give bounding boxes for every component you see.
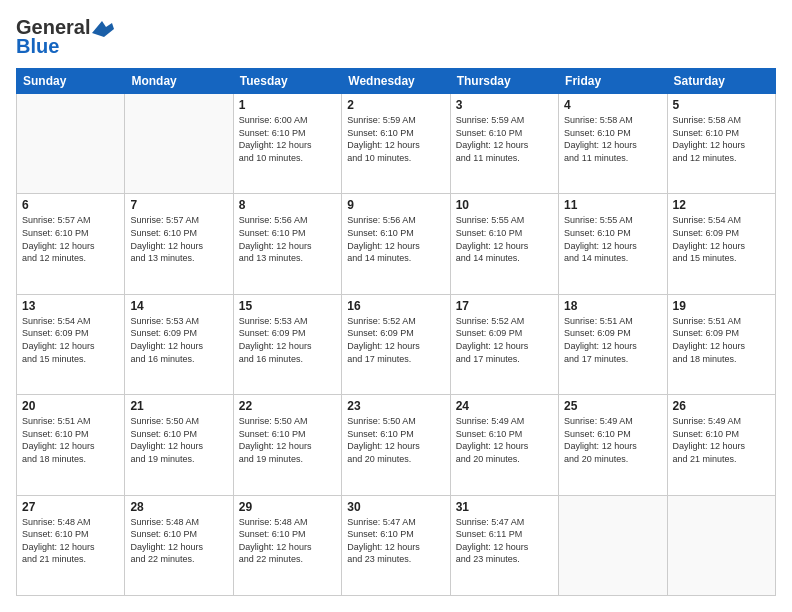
header-friday: Friday bbox=[559, 69, 667, 94]
cell-info: Sunrise: 5:51 AM Sunset: 6:10 PM Dayligh… bbox=[22, 415, 119, 465]
cell-info: Sunrise: 5:54 AM Sunset: 6:09 PM Dayligh… bbox=[673, 214, 770, 264]
day-number: 4 bbox=[564, 98, 661, 112]
table-row: 8Sunrise: 5:56 AM Sunset: 6:10 PM Daylig… bbox=[233, 194, 341, 294]
cell-info: Sunrise: 5:51 AM Sunset: 6:09 PM Dayligh… bbox=[564, 315, 661, 365]
cell-info: Sunrise: 5:52 AM Sunset: 6:09 PM Dayligh… bbox=[347, 315, 444, 365]
table-row: 21Sunrise: 5:50 AM Sunset: 6:10 PM Dayli… bbox=[125, 395, 233, 495]
table-row: 15Sunrise: 5:53 AM Sunset: 6:09 PM Dayli… bbox=[233, 294, 341, 394]
header-wednesday: Wednesday bbox=[342, 69, 450, 94]
cell-info: Sunrise: 5:49 AM Sunset: 6:10 PM Dayligh… bbox=[456, 415, 553, 465]
cell-info: Sunrise: 5:53 AM Sunset: 6:09 PM Dayligh… bbox=[239, 315, 336, 365]
table-row: 28Sunrise: 5:48 AM Sunset: 6:10 PM Dayli… bbox=[125, 495, 233, 595]
day-number: 10 bbox=[456, 198, 553, 212]
day-number: 30 bbox=[347, 500, 444, 514]
table-row: 22Sunrise: 5:50 AM Sunset: 6:10 PM Dayli… bbox=[233, 395, 341, 495]
header-thursday: Thursday bbox=[450, 69, 558, 94]
cell-info: Sunrise: 5:59 AM Sunset: 6:10 PM Dayligh… bbox=[347, 114, 444, 164]
table-row: 27Sunrise: 5:48 AM Sunset: 6:10 PM Dayli… bbox=[17, 495, 125, 595]
cell-info: Sunrise: 5:49 AM Sunset: 6:10 PM Dayligh… bbox=[673, 415, 770, 465]
table-row: 31Sunrise: 5:47 AM Sunset: 6:11 PM Dayli… bbox=[450, 495, 558, 595]
table-row bbox=[667, 495, 775, 595]
cell-info: Sunrise: 5:49 AM Sunset: 6:10 PM Dayligh… bbox=[564, 415, 661, 465]
day-number: 24 bbox=[456, 399, 553, 413]
day-number: 16 bbox=[347, 299, 444, 313]
logo-blue: Blue bbox=[16, 35, 59, 58]
day-number: 19 bbox=[673, 299, 770, 313]
cell-info: Sunrise: 5:47 AM Sunset: 6:11 PM Dayligh… bbox=[456, 516, 553, 566]
day-number: 9 bbox=[347, 198, 444, 212]
calendar-table: Sunday Monday Tuesday Wednesday Thursday… bbox=[16, 68, 776, 596]
cell-info: Sunrise: 5:50 AM Sunset: 6:10 PM Dayligh… bbox=[239, 415, 336, 465]
day-number: 8 bbox=[239, 198, 336, 212]
day-number: 11 bbox=[564, 198, 661, 212]
table-row: 3Sunrise: 5:59 AM Sunset: 6:10 PM Daylig… bbox=[450, 94, 558, 194]
day-number: 20 bbox=[22, 399, 119, 413]
cell-info: Sunrise: 5:48 AM Sunset: 6:10 PM Dayligh… bbox=[239, 516, 336, 566]
day-number: 7 bbox=[130, 198, 227, 212]
cell-info: Sunrise: 5:53 AM Sunset: 6:09 PM Dayligh… bbox=[130, 315, 227, 365]
cell-info: Sunrise: 5:57 AM Sunset: 6:10 PM Dayligh… bbox=[130, 214, 227, 264]
calendar-week-row: 1Sunrise: 6:00 AM Sunset: 6:10 PM Daylig… bbox=[17, 94, 776, 194]
day-number: 15 bbox=[239, 299, 336, 313]
day-number: 17 bbox=[456, 299, 553, 313]
table-row: 9Sunrise: 5:56 AM Sunset: 6:10 PM Daylig… bbox=[342, 194, 450, 294]
table-row: 16Sunrise: 5:52 AM Sunset: 6:09 PM Dayli… bbox=[342, 294, 450, 394]
table-row: 17Sunrise: 5:52 AM Sunset: 6:09 PM Dayli… bbox=[450, 294, 558, 394]
table-row: 4Sunrise: 5:58 AM Sunset: 6:10 PM Daylig… bbox=[559, 94, 667, 194]
day-number: 5 bbox=[673, 98, 770, 112]
table-row: 14Sunrise: 5:53 AM Sunset: 6:09 PM Dayli… bbox=[125, 294, 233, 394]
table-row bbox=[17, 94, 125, 194]
day-number: 14 bbox=[130, 299, 227, 313]
cell-info: Sunrise: 5:50 AM Sunset: 6:10 PM Dayligh… bbox=[130, 415, 227, 465]
table-row: 24Sunrise: 5:49 AM Sunset: 6:10 PM Dayli… bbox=[450, 395, 558, 495]
day-header-row: Sunday Monday Tuesday Wednesday Thursday… bbox=[17, 69, 776, 94]
calendar-week-row: 6Sunrise: 5:57 AM Sunset: 6:10 PM Daylig… bbox=[17, 194, 776, 294]
header-monday: Monday bbox=[125, 69, 233, 94]
table-row: 18Sunrise: 5:51 AM Sunset: 6:09 PM Dayli… bbox=[559, 294, 667, 394]
cell-info: Sunrise: 5:50 AM Sunset: 6:10 PM Dayligh… bbox=[347, 415, 444, 465]
cell-info: Sunrise: 5:48 AM Sunset: 6:10 PM Dayligh… bbox=[130, 516, 227, 566]
day-number: 25 bbox=[564, 399, 661, 413]
table-row: 19Sunrise: 5:51 AM Sunset: 6:09 PM Dayli… bbox=[667, 294, 775, 394]
table-row: 5Sunrise: 5:58 AM Sunset: 6:10 PM Daylig… bbox=[667, 94, 775, 194]
day-number: 2 bbox=[347, 98, 444, 112]
table-row: 10Sunrise: 5:55 AM Sunset: 6:10 PM Dayli… bbox=[450, 194, 558, 294]
table-row: 29Sunrise: 5:48 AM Sunset: 6:10 PM Dayli… bbox=[233, 495, 341, 595]
table-row: 11Sunrise: 5:55 AM Sunset: 6:10 PM Dayli… bbox=[559, 194, 667, 294]
day-number: 26 bbox=[673, 399, 770, 413]
table-row: 13Sunrise: 5:54 AM Sunset: 6:09 PM Dayli… bbox=[17, 294, 125, 394]
page: General Blue Sunday Monday Tuesday Wedne… bbox=[0, 0, 792, 612]
cell-info: Sunrise: 5:59 AM Sunset: 6:10 PM Dayligh… bbox=[456, 114, 553, 164]
cell-info: Sunrise: 5:57 AM Sunset: 6:10 PM Dayligh… bbox=[22, 214, 119, 264]
day-number: 3 bbox=[456, 98, 553, 112]
day-number: 22 bbox=[239, 399, 336, 413]
table-row: 2Sunrise: 5:59 AM Sunset: 6:10 PM Daylig… bbox=[342, 94, 450, 194]
table-row: 7Sunrise: 5:57 AM Sunset: 6:10 PM Daylig… bbox=[125, 194, 233, 294]
header-sunday: Sunday bbox=[17, 69, 125, 94]
table-row: 30Sunrise: 5:47 AM Sunset: 6:10 PM Dayli… bbox=[342, 495, 450, 595]
cell-info: Sunrise: 5:51 AM Sunset: 6:09 PM Dayligh… bbox=[673, 315, 770, 365]
day-number: 1 bbox=[239, 98, 336, 112]
logo: General Blue bbox=[16, 16, 114, 58]
table-row bbox=[125, 94, 233, 194]
day-number: 6 bbox=[22, 198, 119, 212]
day-number: 27 bbox=[22, 500, 119, 514]
calendar-week-row: 27Sunrise: 5:48 AM Sunset: 6:10 PM Dayli… bbox=[17, 495, 776, 595]
day-number: 23 bbox=[347, 399, 444, 413]
cell-info: Sunrise: 5:58 AM Sunset: 6:10 PM Dayligh… bbox=[673, 114, 770, 164]
cell-info: Sunrise: 5:56 AM Sunset: 6:10 PM Dayligh… bbox=[239, 214, 336, 264]
cell-info: Sunrise: 5:58 AM Sunset: 6:10 PM Dayligh… bbox=[564, 114, 661, 164]
svg-marker-0 bbox=[92, 21, 114, 37]
cell-info: Sunrise: 5:55 AM Sunset: 6:10 PM Dayligh… bbox=[564, 214, 661, 264]
calendar-week-row: 20Sunrise: 5:51 AM Sunset: 6:10 PM Dayli… bbox=[17, 395, 776, 495]
cell-info: Sunrise: 5:54 AM Sunset: 6:09 PM Dayligh… bbox=[22, 315, 119, 365]
day-number: 12 bbox=[673, 198, 770, 212]
table-row: 23Sunrise: 5:50 AM Sunset: 6:10 PM Dayli… bbox=[342, 395, 450, 495]
cell-info: Sunrise: 5:55 AM Sunset: 6:10 PM Dayligh… bbox=[456, 214, 553, 264]
cell-info: Sunrise: 6:00 AM Sunset: 6:10 PM Dayligh… bbox=[239, 114, 336, 164]
header: General Blue bbox=[16, 16, 776, 58]
day-number: 31 bbox=[456, 500, 553, 514]
cell-info: Sunrise: 5:48 AM Sunset: 6:10 PM Dayligh… bbox=[22, 516, 119, 566]
table-row: 1Sunrise: 6:00 AM Sunset: 6:10 PM Daylig… bbox=[233, 94, 341, 194]
day-number: 13 bbox=[22, 299, 119, 313]
